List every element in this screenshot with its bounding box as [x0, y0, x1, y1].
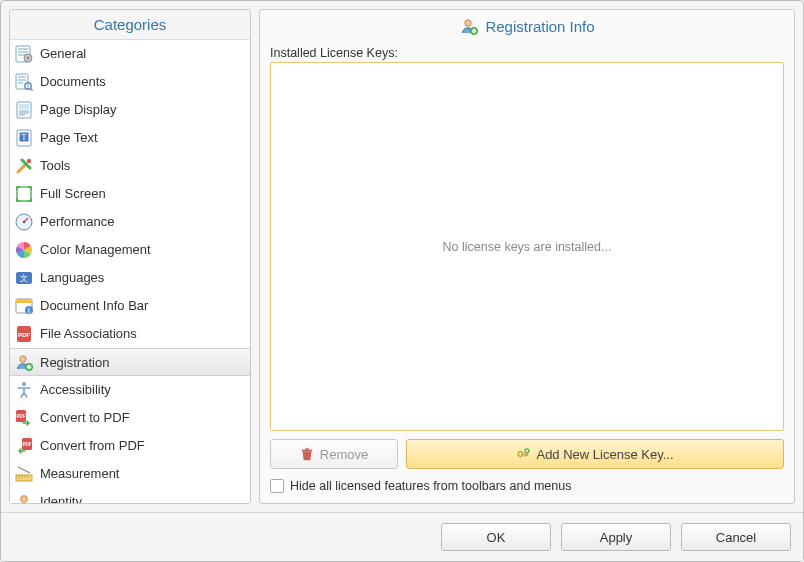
category-label: Page Text — [40, 130, 98, 145]
page-display-icon — [14, 100, 34, 120]
category-item-color-management[interactable]: Color Management — [10, 236, 250, 264]
svg-text:T: T — [22, 132, 27, 141]
ok-button[interactable]: OK — [441, 523, 551, 551]
svg-text:PDF: PDF — [23, 442, 32, 447]
category-label: Registration — [40, 355, 109, 370]
hide-features-checkbox[interactable]: Hide all licensed features from toolbars… — [270, 479, 784, 493]
category-label: Languages — [40, 270, 104, 285]
category-item-registration[interactable]: Registration — [10, 348, 250, 376]
info-bar-icon: i — [14, 296, 34, 316]
category-label: Page Display — [40, 102, 117, 117]
category-label: Performance — [40, 214, 114, 229]
category-label: Measurement — [40, 466, 119, 481]
svg-point-23 — [22, 382, 26, 386]
category-label: File Associations — [40, 326, 137, 341]
svg-rect-16 — [16, 299, 32, 303]
category-item-measurement[interactable]: Measurement — [10, 460, 250, 488]
category-item-file-associations[interactable]: PDFFile Associations — [10, 320, 250, 348]
tools-icon — [14, 156, 34, 176]
cancel-button[interactable]: Cancel — [681, 523, 791, 551]
languages-icon: 文 — [14, 268, 34, 288]
settings-sheet-icon — [14, 44, 34, 64]
svg-rect-33 — [305, 448, 309, 450]
category-item-languages[interactable]: 文Languages — [10, 264, 250, 292]
checkbox-box[interactable] — [270, 479, 284, 493]
categories-panel: Categories GeneralDocumentsPage DisplayT… — [9, 9, 251, 504]
registration-panel: Registration Info Installed License Keys… — [259, 9, 795, 504]
gauge-icon — [14, 212, 34, 232]
category-item-accessibility[interactable]: Accessibility — [10, 376, 250, 404]
color-wheel-icon — [14, 240, 34, 260]
panel-title-text: Registration Info — [485, 18, 594, 35]
category-item-convert-to-pdf[interactable]: PDFConvert to PDF — [10, 404, 250, 432]
identity-icon — [14, 492, 34, 504]
category-item-performance[interactable]: Performance — [10, 208, 250, 236]
svg-point-30 — [465, 20, 471, 26]
category-item-convert-from-pdf[interactable]: PDFConvert from PDF — [10, 432, 250, 460]
category-item-page-text[interactable]: TPage Text — [10, 124, 250, 152]
svg-point-29 — [21, 495, 28, 502]
svg-rect-2 — [16, 74, 28, 89]
hide-features-label: Hide all licensed features from toolbars… — [290, 479, 571, 493]
user-add-icon — [459, 16, 479, 36]
category-item-full-screen[interactable]: Full Screen — [10, 180, 250, 208]
accessibility-icon — [14, 380, 34, 400]
empty-message: No license keys are installed... — [443, 240, 612, 254]
pdf-file-icon: PDF — [14, 324, 34, 344]
svg-rect-28 — [16, 475, 32, 481]
document-magnify-icon — [14, 72, 34, 92]
svg-text:PDF: PDF — [17, 414, 26, 419]
key-add-icon — [516, 447, 530, 461]
apply-button[interactable]: Apply — [561, 523, 671, 551]
add-license-key-label: Add New License Key... — [536, 447, 673, 462]
installed-keys-label: Installed License Keys: — [270, 46, 784, 60]
svg-text:文: 文 — [20, 274, 28, 283]
category-label: Identity — [40, 494, 82, 503]
dialog-footer: OK Apply Cancel — [1, 512, 803, 561]
category-item-document-info-bar[interactable]: iDocument Info Bar — [10, 292, 250, 320]
category-item-general[interactable]: General — [10, 40, 250, 68]
category-label: Color Management — [40, 242, 151, 257]
svg-rect-10 — [17, 187, 31, 201]
category-item-identity[interactable]: Identity — [10, 488, 250, 503]
category-label: Documents — [40, 74, 106, 89]
panel-title: Registration Info — [260, 10, 794, 42]
category-label: Accessibility — [40, 382, 111, 397]
convert-from-pdf-icon: PDF — [14, 436, 34, 456]
svg-text:PDF: PDF — [18, 332, 30, 338]
svg-point-9 — [27, 158, 31, 162]
add-license-key-button[interactable]: Add New License Key... — [406, 439, 784, 469]
category-label: Full Screen — [40, 186, 106, 201]
category-label: Convert from PDF — [40, 438, 145, 453]
category-label: Document Info Bar — [40, 298, 148, 313]
page-text-icon: T — [14, 128, 34, 148]
remove-button[interactable]: Remove — [270, 439, 398, 469]
category-label: Convert to PDF — [40, 410, 130, 425]
categories-header: Categories — [10, 10, 250, 39]
fullscreen-icon — [14, 184, 34, 204]
ruler-icon — [14, 464, 34, 484]
categories-list[interactable]: GeneralDocumentsPage DisplayTPage TextTo… — [10, 39, 250, 503]
svg-text:i: i — [28, 306, 30, 313]
remove-button-label: Remove — [320, 447, 368, 462]
category-item-documents[interactable]: Documents — [10, 68, 250, 96]
svg-point-12 — [23, 220, 25, 222]
user-add-icon — [14, 352, 34, 372]
category-label: General — [40, 46, 86, 61]
category-item-page-display[interactable]: Page Display — [10, 96, 250, 124]
convert-to-pdf-icon: PDF — [14, 408, 34, 428]
svg-rect-5 — [19, 104, 29, 109]
category-label: Tools — [40, 158, 70, 173]
trash-icon — [300, 447, 314, 461]
svg-point-35 — [520, 453, 522, 455]
license-keys-list[interactable]: No license keys are installed... — [270, 62, 784, 431]
svg-point-21 — [20, 356, 26, 362]
category-item-tools[interactable]: Tools — [10, 152, 250, 180]
